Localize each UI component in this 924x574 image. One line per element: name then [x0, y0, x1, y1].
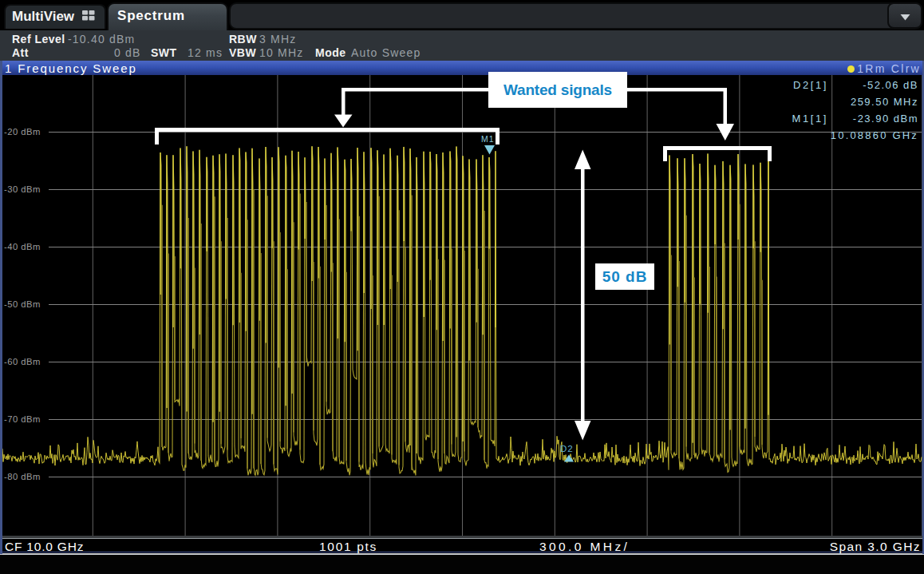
svg-text:-40 dBm: -40 dBm	[4, 242, 41, 251]
svg-text:-20 dBm: -20 dBm	[4, 127, 41, 137]
svg-text:10.08860 GHz: 10.08860 GHz	[831, 129, 918, 141]
svg-text:-70 dBm: -70 dBm	[4, 414, 41, 424]
svg-text:M1: M1	[481, 134, 495, 144]
svg-text:259.50 MHz: 259.50 MHz	[851, 96, 918, 108]
svg-text:D2[1]: D2[1]	[793, 79, 828, 91]
svg-text:M1[1]: M1[1]	[792, 113, 828, 125]
svg-text:-52.06 dB: -52.06 dB	[863, 79, 918, 91]
svg-text:-30 dBm: -30 dBm	[4, 184, 41, 194]
svg-text:-80 dBm: -80 dBm	[4, 472, 41, 481]
svg-text:D2: D2	[560, 444, 574, 453]
svg-text:-23.90 dBm: -23.90 dBm	[853, 113, 918, 125]
svg-text:-50 dBm: -50 dBm	[4, 299, 41, 309]
svg-text:-60 dBm: -60 dBm	[4, 357, 41, 366]
